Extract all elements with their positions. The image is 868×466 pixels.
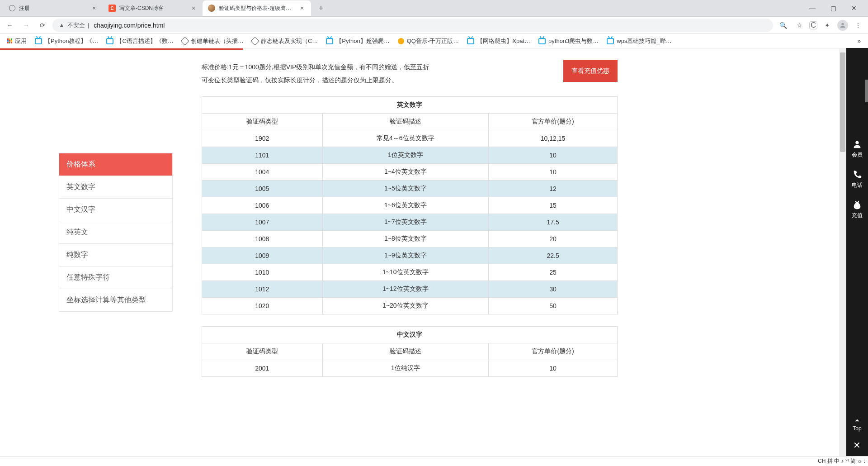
bookmark-item-2[interactable]: 【C语言描述】《数… <box>103 35 177 47</box>
table-cell: 1101 <box>202 147 323 163</box>
bookmark-star-icon[interactable]: ☆ <box>793 19 806 32</box>
intro-text: 标准价格:1元＝1000题分,根据VIP级别和单次充值金额，有不同的赠送，低至五… <box>202 61 618 87</box>
address-bar[interactable]: ▲ 不安全 | chaojiying.com/price.html <box>52 19 773 32</box>
table-cell: 1007 <box>202 214 323 230</box>
new-tab-button[interactable]: + <box>315 2 327 14</box>
table-cell: 1~6位英文数字 <box>322 197 489 214</box>
sidebar-item-2[interactable]: 中文汉字 <box>59 199 173 221</box>
table-cell: 17.5 <box>489 214 618 230</box>
svg-point-0 <box>841 23 844 25</box>
sidebar-item-3[interactable]: 纯英文 <box>59 221 173 244</box>
csdn-icon: C <box>108 5 116 12</box>
bilibili-icon <box>326 38 333 44</box>
table-header-cell: 官方单价(题分) <box>489 113 618 130</box>
browser-tab-0[interactable]: 注册× <box>4 0 103 16</box>
sidebar-item-6[interactable]: 坐标选择计算等其他类型 <box>59 289 173 312</box>
float-recharge-button[interactable]: 充值 <box>846 195 868 225</box>
bookmark-label: 静态链表及实现（C… <box>261 37 318 45</box>
extensions-puzzle-icon[interactable]: ✦ <box>821 19 834 32</box>
table-header-cell: 验证码类型 <box>202 343 323 360</box>
search-icon[interactable]: 🔍 <box>777 19 789 32</box>
bookmark-item-4[interactable]: 静态链表及实现（C… <box>248 35 321 47</box>
table-title-row: 中文汉字 <box>202 326 618 343</box>
globe-icon <box>9 5 15 11</box>
extension-c-icon[interactable]: C <box>809 21 817 29</box>
bookmark-label: 应用 <box>15 37 27 45</box>
bookmark-item-8[interactable]: python3爬虫与数… <box>535 35 602 47</box>
table-row: 10041~4位英文数字10 <box>202 163 618 180</box>
bookmark-label: 【C语言描述】《数… <box>116 37 173 45</box>
bookmark-item-0[interactable]: 应用 <box>4 35 30 47</box>
table-cell: 10 <box>489 163 618 180</box>
table-cell: 1~12位英文数字 <box>322 281 489 297</box>
chevron-up-icon <box>853 417 861 423</box>
table-cell: 1008 <box>202 230 323 247</box>
bookmark-label: 【Python】超强爬… <box>336 37 389 45</box>
reload-button[interactable]: ⟳ <box>36 19 49 32</box>
chain-link-icon <box>180 37 189 46</box>
tab-close-icon[interactable]: × <box>298 5 306 12</box>
back-button[interactable]: ← <box>4 19 16 32</box>
browser-chrome: 注册×C写文章-CSDN博客×验证码类型与价格表-超级鹰验证…× + — ▢ ✕ <box>0 0 868 17</box>
maximize-button[interactable]: ▢ <box>823 1 844 15</box>
float-close-button[interactable]: ✕ <box>853 440 861 451</box>
bookmarks-overflow-icon[interactable]: » <box>854 36 864 46</box>
recharge-promo-button[interactable]: 查看充值优惠 <box>563 60 618 82</box>
page-content: 价格体系英文数字中文汉字纯英文纯数字任意特殊字符坐标选择计算等其他类型 标准价格… <box>0 50 868 456</box>
close-window-button[interactable]: ✕ <box>844 1 864 15</box>
table-title: 中文汉字 <box>202 326 618 343</box>
bilibili-icon <box>467 38 474 44</box>
table-row: 10051~5位英文数字12 <box>202 180 618 197</box>
sidebar: 价格体系英文数字中文汉字纯英文纯数字任意特殊字符坐标选择计算等其他类型 <box>59 153 173 456</box>
table-cell: 12 <box>489 180 618 197</box>
tab-close-icon[interactable]: × <box>190 5 197 12</box>
bookmark-item-5[interactable]: 【Python】超强爬… <box>322 35 393 47</box>
table-cell: 1010 <box>202 264 323 281</box>
float-top-button[interactable]: Top <box>853 415 861 433</box>
table-cell: 10 <box>489 147 618 163</box>
table-header-cell: 官方单价(题分) <box>489 343 618 360</box>
browser-tab-1[interactable]: C写文章-CSDN博客× <box>103 0 203 16</box>
bookmark-item-1[interactable]: 【Python教程】《… <box>31 35 102 47</box>
bookmark-item-3[interactable]: 创建单链表（头插… <box>178 35 247 47</box>
table-cell: 1~4位英文数字 <box>322 163 489 180</box>
insecure-icon: ▲ 不安全 | <box>59 21 89 29</box>
table-cell: 1~5位英文数字 <box>322 180 489 197</box>
float-member-button[interactable]: 会员 <box>846 134 868 164</box>
table-cell: 25 <box>489 264 618 281</box>
bilibili-icon <box>607 38 614 44</box>
sidebar-item-5[interactable]: 任意特殊字符 <box>59 266 173 289</box>
bookmark-item-7[interactable]: 【网络爬虫】Xpat… <box>463 35 534 47</box>
float-phone-button[interactable]: 电话 <box>846 164 868 195</box>
bookmark-item-6[interactable]: QQ音乐-千万正版… <box>394 35 463 47</box>
sidebar-item-1[interactable]: 英文数字 <box>59 176 173 199</box>
table-cell: 1006 <box>202 197 323 214</box>
sidebar-item-0[interactable]: 价格体系 <box>59 153 173 176</box>
forward-button[interactable]: → <box>20 19 33 32</box>
price-table-chinese: 中文汉字验证码类型验证码描述官方单价(题分)20011位纯汉字10 <box>202 326 618 377</box>
menu-icon[interactable]: ⋮ <box>852 19 864 32</box>
float-member-label: 会员 <box>852 151 863 159</box>
tab-close-icon[interactable]: × <box>90 5 98 12</box>
profile-avatar-icon[interactable] <box>837 20 848 31</box>
tab-title: 写文章-CSDN博客 <box>119 5 186 12</box>
bookmark-item-9[interactable]: wps基础技巧篇_哔… <box>603 35 675 47</box>
table-cell: 1020 <box>202 297 323 314</box>
table-header-row: 验证码类型验证码描述官方单价(题分) <box>202 343 618 360</box>
table-row: 11011位英文数字10 <box>202 147 618 163</box>
table-header-row: 验证码类型验证码描述官方单价(题分) <box>202 113 618 130</box>
toolbar-actions: 🔍 ☆ C ✦ ⋮ <box>777 19 864 32</box>
browser-tab-2[interactable]: 验证码类型与价格表-超级鹰验证…× <box>203 0 311 16</box>
table-header-cell: 验证码描述 <box>322 343 489 360</box>
tab-title: 注册 <box>19 5 87 12</box>
vertical-scrollbar[interactable] <box>839 48 846 456</box>
table-row: 20011位纯汉字10 <box>202 360 618 376</box>
sidebar-item-4[interactable]: 纯数字 <box>59 244 173 266</box>
insecure-label: 不安全 <box>67 21 85 29</box>
table-cell: 1位英文数字 <box>322 147 489 163</box>
table-title: 英文数字 <box>202 96 618 113</box>
price-table-english-numbers: 英文数字验证码类型验证码描述官方单价(题分)1902常见4～6位英文数字10,1… <box>202 96 618 314</box>
minimize-button[interactable]: — <box>802 1 823 15</box>
scrollbar-thumb[interactable] <box>840 52 845 152</box>
table-cell: 2001 <box>202 360 323 376</box>
